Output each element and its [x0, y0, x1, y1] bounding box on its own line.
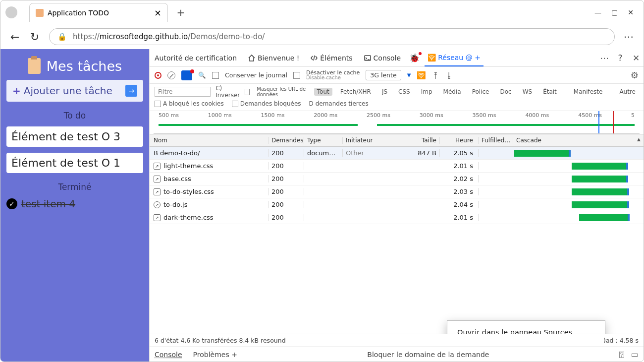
- preserve-log-checkbox[interactable]: [212, 72, 219, 79]
- section-todo-label: To do: [6, 111, 143, 121]
- network-filters: Filtre C) Inverser Masquer les URL de do…: [150, 84, 644, 111]
- devtools-panel: Autorité de certification Bienvenue ! Él…: [149, 49, 644, 362]
- main-content: Mes tâches + Ajouter une tâche To do Élé…: [0, 49, 644, 362]
- done-item[interactable]: test item 4: [6, 198, 143, 210]
- profile-avatar[interactable]: [5, 6, 17, 18]
- add-task-input[interactable]: + Ajouter une tâche: [6, 80, 143, 102]
- tab-elements[interactable]: Éléments: [307, 49, 355, 66]
- tab-close-button[interactable]: ×: [154, 7, 161, 18]
- filter-other-button[interactable]: Autre: [616, 88, 639, 96]
- file-icon: [154, 176, 161, 182]
- disable-cache-label: Désactiver le cache Disable cache: [306, 70, 360, 80]
- devtools-drawer: Console Problèmes + Bloquer le domaine d…: [150, 347, 644, 362]
- wifi-icon: 🛜: [428, 54, 436, 61]
- clear-button[interactable]: [167, 71, 175, 79]
- network-conditions-icon[interactable]: 🛜: [417, 71, 426, 80]
- throttle-select[interactable]: 3G lente: [366, 70, 401, 80]
- new-tab-button[interactable]: +: [173, 4, 189, 20]
- filter-ws-button[interactable]: WS: [520, 88, 535, 96]
- preserve-log-label: Conserver le journal: [225, 71, 287, 79]
- table-row[interactable]: to-do-styles.css 200 2.03 s: [150, 185, 644, 198]
- col-size[interactable]: Taille: [403, 137, 440, 144]
- filter-css-button[interactable]: CSS: [395, 88, 413, 96]
- drawer-issues-tab[interactable]: Problèmes +: [193, 351, 237, 359]
- table-row[interactable]: dark-theme.css 200 2.01 s: [150, 211, 644, 224]
- devtools-help-button[interactable]: ?: [615, 53, 626, 63]
- col-waterfall[interactable]: Cascade▲: [513, 137, 644, 144]
- invert-checkbox[interactable]: [245, 89, 250, 95]
- filter-wasm-button[interactable]: Était: [540, 88, 560, 96]
- blocked-requests-checkbox[interactable]: [232, 101, 238, 107]
- tab-console[interactable]: Console: [361, 49, 404, 66]
- col-status[interactable]: Demandes: [268, 137, 304, 144]
- table-row[interactable]: to-do.js 200 2.04 s: [150, 198, 644, 211]
- browser-menu-button[interactable]: ⋯: [624, 31, 635, 43]
- filter-js-button[interactable]: JS: [379, 88, 390, 96]
- refresh-button[interactable]: ↻: [29, 31, 40, 43]
- network-table: Nom Demandes Type Initiateur Taille Heur…: [150, 134, 644, 334]
- search-icon[interactable]: 🔍: [198, 71, 206, 79]
- export-har-icon[interactable]: ⭳: [445, 71, 453, 80]
- filter-media-button[interactable]: Média: [440, 88, 464, 96]
- filter-font-button[interactable]: Police: [469, 88, 492, 96]
- add-task-submit-button[interactable]: [125, 85, 137, 97]
- filter-img-button[interactable]: Imp: [418, 88, 435, 96]
- ctx-open-sources[interactable]: Ouvrir dans le panneau Sources: [447, 324, 605, 334]
- drawer-icon-2[interactable]: ▭: [631, 350, 639, 359]
- tab-welcome[interactable]: Bienvenue !: [245, 49, 302, 66]
- network-toolbar: 🔍 Conserver le journal Désactiver le cac…: [150, 67, 644, 84]
- console-icon: [364, 54, 372, 62]
- tab-network[interactable]: 🛜 Réseau @ +: [425, 49, 483, 66]
- window-minimize-button[interactable]: —: [594, 8, 601, 16]
- filter-fetch-button[interactable]: Fetch/XHR: [337, 88, 374, 96]
- network-settings-icon[interactable]: ⚙: [631, 70, 639, 80]
- clipboard-icon: [28, 58, 41, 74]
- table-row[interactable]: light-theme.css 200 2.01 s: [150, 160, 644, 173]
- filter-doc-button[interactable]: Doc: [497, 88, 514, 96]
- issues-icon[interactable]: 🐞: [409, 53, 420, 63]
- import-har-icon[interactable]: ⭱: [432, 71, 439, 80]
- filter-toggle-button[interactable]: [181, 70, 192, 80]
- status-left: 6 d'état 4,6 Ko transférées 8,4 kB resou…: [155, 337, 286, 344]
- col-fulfilled[interactable]: Fulfilled…: [479, 137, 513, 144]
- address-bar[interactable]: 🔒 https://microsoftedge.github.io/Demos/…: [49, 28, 615, 45]
- todo-item[interactable]: Élément de test O 1: [6, 153, 143, 173]
- ctx-block-domain[interactable]: Bloquer le domaine de la demande: [367, 351, 489, 359]
- devtools-close-button[interactable]: ✕: [631, 53, 642, 63]
- window-titlebar: Application TODO × + — ▢ ✕: [0, 0, 644, 24]
- filter-input[interactable]: Filtre: [155, 87, 211, 97]
- filter-manifest-button[interactable]: Manifeste: [571, 88, 606, 96]
- disable-cache-checkbox[interactable]: [293, 72, 300, 79]
- record-button[interactable]: [155, 72, 161, 79]
- check-icon: [6, 198, 17, 209]
- window-close-button[interactable]: ✕: [628, 8, 634, 16]
- devtools-tabs: Autorité de certification Bienvenue ! Él…: [150, 49, 644, 67]
- filter-all-button[interactable]: Tout: [314, 88, 332, 96]
- drawer-icon-1[interactable]: ⍰: [619, 350, 624, 359]
- blocked-cookies-checkbox[interactable]: [155, 101, 161, 107]
- hide-dataurl-label: Masquer les URL de données: [257, 86, 309, 97]
- col-name[interactable]: Nom: [150, 137, 268, 144]
- table-row[interactable]: B demo-to-do/ 200 docum… Other 847 B 2.0…: [150, 147, 644, 160]
- code-icon: [310, 54, 318, 62]
- plus-icon: +: [12, 85, 21, 97]
- drawer-console-tab[interactable]: Console: [155, 351, 182, 359]
- window-maximize-button[interactable]: ▢: [611, 8, 618, 16]
- browser-tab[interactable]: Application TODO ×: [29, 3, 168, 22]
- back-button[interactable]: ←: [9, 31, 20, 43]
- devtools-more-button[interactable]: ⋯: [599, 53, 610, 63]
- tab-cert[interactable]: Autorité de certification: [152, 49, 240, 66]
- network-status-bar: 6 d'état 4,6 Ko transférées 8,4 kB resou…: [150, 334, 644, 347]
- col-time[interactable]: Heure: [440, 137, 479, 144]
- table-row[interactable]: base.css 200 2.02 s: [150, 173, 644, 185]
- todo-item[interactable]: Élément de test O 3: [6, 126, 143, 147]
- table-header[interactable]: Nom Demandes Type Initiateur Taille Heur…: [150, 134, 644, 147]
- status-right: )ad : 4.58 s: [603, 337, 639, 344]
- blocked-cookies-label: A bloqué les cookies: [163, 100, 224, 107]
- app-title: Mes tâches: [6, 58, 143, 74]
- network-timeline[interactable]: 500 ms1000 ms1500 ms2000 ms2500 ms3000 m…: [154, 111, 640, 134]
- col-type[interactable]: Type: [304, 137, 343, 144]
- col-initiator[interactable]: Initiateur: [343, 137, 403, 144]
- url-text: https://microsoftedge.github.io/Demos/de…: [73, 32, 265, 41]
- file-icon: [154, 201, 161, 208]
